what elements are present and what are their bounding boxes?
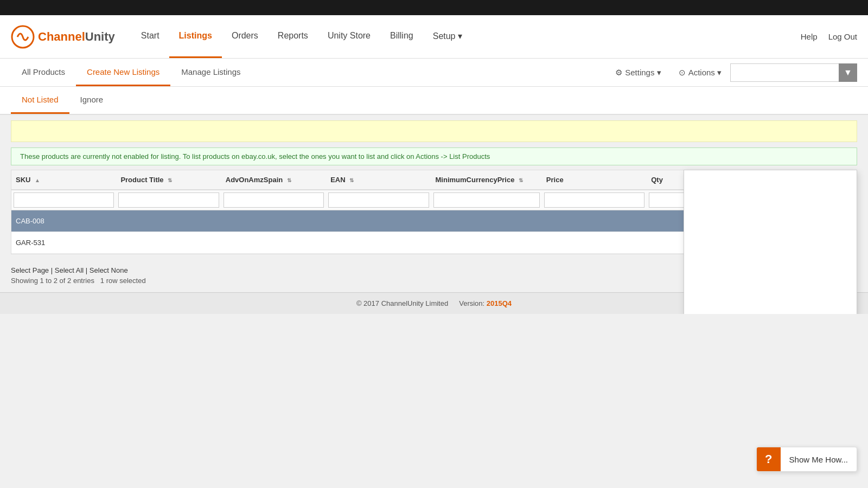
- nav-item-reports[interactable]: Reports: [268, 15, 318, 58]
- cell-adv-amz-spain: [221, 210, 326, 232]
- second-tabs-bar: Not Listed Ignore: [0, 87, 868, 115]
- logo-icon: [11, 25, 35, 49]
- col-sku: SKU ▲: [11, 170, 116, 190]
- settings-button[interactable]: ⚙ Settings ▾: [607, 59, 669, 86]
- tab-ignore[interactable]: Ignore: [69, 87, 114, 114]
- sort-icon-title: ⇅: [168, 177, 172, 183]
- cell-price: [542, 210, 647, 232]
- actions-button[interactable]: ⊙ Actions ▾: [670, 59, 730, 86]
- rows-selected-text: 1 row selected: [97, 277, 146, 285]
- col-product-title: Product Title ⇅: [116, 170, 221, 190]
- content-wrapper: Not Listed Ignore These products are cur…: [0, 87, 868, 292]
- info-banners: These products are currently not enabled…: [11, 120, 857, 165]
- channel-selector: ▼: [730, 59, 857, 86]
- sort-icon-ean: ⇅: [349, 177, 354, 183]
- actions-label: Actions ▾: [688, 68, 722, 78]
- nav-item-setup[interactable]: Setup ▾: [423, 15, 472, 58]
- filter-sku[interactable]: [14, 192, 114, 208]
- logo: ChannelUnity: [11, 15, 115, 58]
- actions-icon: ⊙: [679, 68, 686, 78]
- select-page-link[interactable]: Select Page: [11, 266, 49, 274]
- sep1: |: [51, 266, 55, 274]
- footer-selection-links: Select Page | Select All | Select None: [11, 266, 146, 274]
- select-all-link[interactable]: Select All: [55, 266, 84, 274]
- footer-left: Select Page | Select All | Select None S…: [11, 266, 146, 285]
- gear-icon: ⚙: [615, 68, 622, 78]
- cell-sku: GAR-531: [11, 232, 116, 254]
- col-min-currency-price: MinimumCurrencyPrice ⇅: [431, 170, 542, 190]
- nav-item-orders[interactable]: Orders: [222, 15, 268, 58]
- version-label: Version: 2015Q4: [459, 299, 512, 307]
- filter-price[interactable]: [544, 192, 644, 208]
- table-section: SKU ▲ Product Title ⇅ AdvOnAmzSpain ⇅ EA…: [11, 170, 857, 254]
- nav-item-unity-store[interactable]: Unity Store: [318, 15, 380, 58]
- cell-min-currency-price: [431, 232, 542, 254]
- cell-product-title: [116, 210, 221, 232]
- header: ChannelUnity Start Listings Orders Repor…: [0, 15, 868, 59]
- channel-dropdown-button[interactable]: ▼: [839, 63, 857, 82]
- tab-all-products[interactable]: All Products: [11, 59, 76, 86]
- cell-ean: [326, 210, 431, 232]
- tab-manage-listings[interactable]: Manage Listings: [170, 59, 251, 86]
- logo-unity: Unity: [85, 30, 115, 43]
- version-value: 2015Q4: [487, 299, 512, 307]
- filter-adv-amz-spain[interactable]: [224, 192, 324, 208]
- top-bar: [0, 0, 868, 15]
- tab-not-listed[interactable]: Not Listed: [11, 87, 69, 114]
- main-nav: Start Listings Orders Reports Unity Stor…: [131, 15, 801, 58]
- cell-price: [542, 232, 647, 254]
- cell-adv-amz-spain: [221, 232, 326, 254]
- header-right: Help Log Out: [801, 15, 857, 58]
- cell-min-currency-price: [431, 210, 542, 232]
- filter-ean[interactable]: [328, 192, 429, 208]
- info-banner-green: These products are currently not enabled…: [11, 147, 857, 165]
- col-ean: EAN ⇅: [326, 170, 431, 190]
- nav-item-start[interactable]: Start: [131, 15, 169, 58]
- cell-sku: CAB-008: [11, 210, 116, 232]
- sort-icon-mcp: ⇅: [519, 177, 523, 183]
- filter-product-title[interactable]: [118, 192, 219, 208]
- filter-min-currency-price[interactable]: [433, 192, 540, 208]
- logo-channel: Channel: [38, 30, 85, 43]
- channel-dropdown-overlay: Add a channel...: [684, 170, 857, 314]
- settings-label: Settings ▾: [625, 68, 661, 78]
- nav-item-billing[interactable]: Billing: [380, 15, 423, 58]
- nav-item-listings[interactable]: Listings: [169, 15, 222, 58]
- sub-tabs-bar: All Products Create New Listings Manage …: [0, 59, 868, 87]
- col-adv-amz-spain: AdvOnAmzSpain ⇅: [221, 170, 326, 190]
- col-price: Price: [542, 170, 647, 190]
- channel-input[interactable]: [730, 63, 839, 82]
- sep2: |: [86, 266, 90, 274]
- cell-ean: [326, 232, 431, 254]
- tab-create-new-listings[interactable]: Create New Listings: [76, 59, 170, 86]
- sort-icon-adv: ⇅: [287, 177, 291, 183]
- cell-product-title: [116, 232, 221, 254]
- logout-link[interactable]: Log Out: [828, 32, 857, 41]
- footer-status: Showing 1 to 2 of 2 entries 1 row select…: [11, 277, 146, 285]
- info-banner-yellow: [11, 120, 857, 142]
- sort-icon-sku: ▲: [35, 177, 40, 183]
- select-none-link[interactable]: Select None: [90, 266, 128, 274]
- help-link[interactable]: Help: [801, 32, 818, 41]
- showing-text: Showing 1 to 2 of 2 entries: [11, 277, 94, 285]
- copyright-text: © 2017 ChannelUnity Limited: [356, 299, 448, 307]
- logo-text: ChannelUnity: [38, 30, 115, 44]
